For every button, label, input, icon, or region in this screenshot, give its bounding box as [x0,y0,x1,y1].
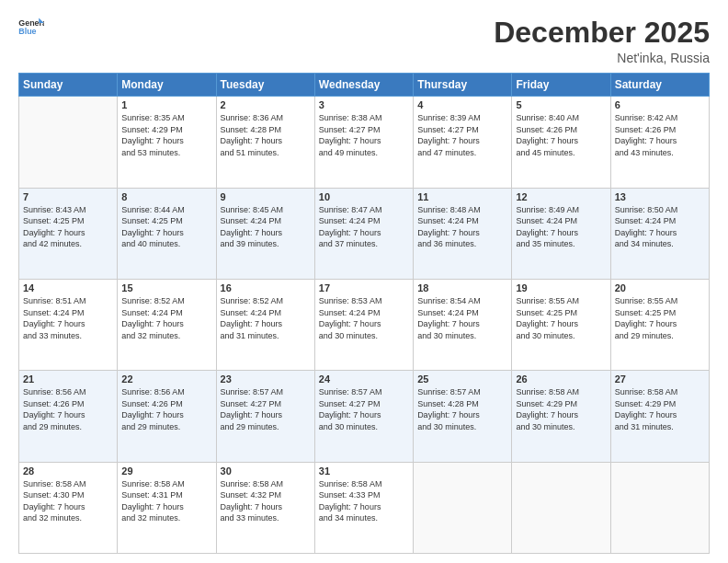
col-saturday: Saturday [610,74,709,97]
table-row: 30Sunrise: 8:58 AM Sunset: 4:32 PM Dayli… [216,462,314,553]
day-number: 7 [23,191,113,202]
day-info: Sunrise: 8:58 AM Sunset: 4:29 PM Dayligh… [615,386,705,432]
day-number: 9 [221,191,311,202]
table-row: 29Sunrise: 8:58 AM Sunset: 4:31 PM Dayli… [118,462,216,553]
calendar-header-row: Sunday Monday Tuesday Wednesday Thursday… [19,74,710,97]
day-info: Sunrise: 8:40 AM Sunset: 4:26 PM Dayligh… [516,112,606,158]
title-section: December 2025 Net'inka, Russia [494,17,710,65]
day-info: Sunrise: 8:53 AM Sunset: 4:24 PM Dayligh… [319,295,409,341]
day-number: 20 [615,282,705,293]
day-info: Sunrise: 8:50 AM Sunset: 4:24 PM Dayligh… [615,204,705,250]
logo-icon: General Blue [18,17,44,37]
day-info: Sunrise: 8:57 AM Sunset: 4:27 PM Dayligh… [319,386,409,432]
table-row [19,97,118,188]
subtitle: Net'inka, Russia [494,51,710,65]
day-number: 5 [516,99,606,110]
day-number: 13 [615,191,705,202]
table-row: 26Sunrise: 8:58 AM Sunset: 4:29 PM Dayli… [512,371,610,462]
table-row [414,462,512,553]
table-row: 8Sunrise: 8:44 AM Sunset: 4:25 PM Daylig… [118,188,216,279]
svg-text:Blue: Blue [18,27,36,36]
day-info: Sunrise: 8:44 AM Sunset: 4:25 PM Dayligh… [121,204,211,250]
calendar-week-row: 14Sunrise: 8:51 AM Sunset: 4:24 PM Dayli… [19,279,710,370]
day-number: 11 [417,191,507,202]
table-row: 13Sunrise: 8:50 AM Sunset: 4:24 PM Dayli… [610,188,709,279]
table-row: 7Sunrise: 8:43 AM Sunset: 4:25 PM Daylig… [19,188,118,279]
calendar-week-row: 21Sunrise: 8:56 AM Sunset: 4:26 PM Dayli… [19,371,710,462]
main-title: December 2025 [494,17,710,49]
day-number: 23 [221,373,311,385]
table-row: 21Sunrise: 8:56 AM Sunset: 4:26 PM Dayli… [19,371,118,462]
day-info: Sunrise: 8:52 AM Sunset: 4:24 PM Dayligh… [221,295,311,341]
day-info: Sunrise: 8:47 AM Sunset: 4:24 PM Dayligh… [319,204,409,250]
table-row: 12Sunrise: 8:49 AM Sunset: 4:24 PM Dayli… [512,188,610,279]
day-number: 6 [615,99,705,110]
day-number: 29 [121,465,211,477]
day-number: 21 [23,373,113,385]
day-info: Sunrise: 8:36 AM Sunset: 4:28 PM Dayligh… [221,112,311,158]
day-number: 25 [417,373,507,385]
top-section: General Blue December 2025 Net'inka, Rus… [18,17,710,65]
day-info: Sunrise: 8:58 AM Sunset: 4:31 PM Dayligh… [121,478,211,524]
day-number: 26 [516,373,606,385]
table-row: 4Sunrise: 8:39 AM Sunset: 4:27 PM Daylig… [414,97,512,188]
day-info: Sunrise: 8:57 AM Sunset: 4:28 PM Dayligh… [417,386,507,432]
day-number: 8 [121,191,211,202]
day-info: Sunrise: 8:38 AM Sunset: 4:27 PM Dayligh… [319,112,409,158]
table-row: 25Sunrise: 8:57 AM Sunset: 4:28 PM Dayli… [414,371,512,462]
day-info: Sunrise: 8:58 AM Sunset: 4:30 PM Dayligh… [23,478,113,524]
day-info: Sunrise: 8:54 AM Sunset: 4:24 PM Dayligh… [417,295,507,341]
col-friday: Friday [512,74,610,97]
day-info: Sunrise: 8:51 AM Sunset: 4:24 PM Dayligh… [23,295,113,341]
table-row: 19Sunrise: 8:55 AM Sunset: 4:25 PM Dayli… [512,279,610,370]
day-info: Sunrise: 8:39 AM Sunset: 4:27 PM Dayligh… [417,112,507,158]
day-info: Sunrise: 8:52 AM Sunset: 4:24 PM Dayligh… [121,295,211,341]
day-info: Sunrise: 8:45 AM Sunset: 4:24 PM Dayligh… [221,204,311,250]
calendar-week-row: 7Sunrise: 8:43 AM Sunset: 4:25 PM Daylig… [19,188,710,279]
day-info: Sunrise: 8:55 AM Sunset: 4:25 PM Dayligh… [516,295,606,341]
table-row: 17Sunrise: 8:53 AM Sunset: 4:24 PM Dayli… [314,279,413,370]
page: General Blue December 2025 Net'inka, Rus… [0,0,728,563]
table-row: 28Sunrise: 8:58 AM Sunset: 4:30 PM Dayli… [19,462,118,553]
day-number: 24 [319,373,409,385]
col-thursday: Thursday [414,74,512,97]
calendar-week-row: 28Sunrise: 8:58 AM Sunset: 4:30 PM Dayli… [19,462,710,553]
day-number: 16 [221,282,311,293]
table-row [610,462,709,553]
table-row: 20Sunrise: 8:55 AM Sunset: 4:25 PM Dayli… [610,279,709,370]
day-number: 12 [516,191,606,202]
table-row: 31Sunrise: 8:58 AM Sunset: 4:33 PM Dayli… [314,462,413,553]
table-row: 1Sunrise: 8:35 AM Sunset: 4:29 PM Daylig… [118,97,216,188]
logo: General Blue [18,17,44,37]
col-monday: Monday [118,74,216,97]
day-info: Sunrise: 8:49 AM Sunset: 4:24 PM Dayligh… [516,204,606,250]
day-number: 18 [417,282,507,293]
day-number: 30 [221,465,311,477]
table-row: 5Sunrise: 8:40 AM Sunset: 4:26 PM Daylig… [512,97,610,188]
day-info: Sunrise: 8:42 AM Sunset: 4:26 PM Dayligh… [615,112,705,158]
col-tuesday: Tuesday [216,74,314,97]
day-number: 1 [121,99,211,110]
day-number: 19 [516,282,606,293]
day-info: Sunrise: 8:48 AM Sunset: 4:24 PM Dayligh… [417,204,507,250]
day-number: 14 [23,282,113,293]
day-number: 10 [319,191,409,202]
day-info: Sunrise: 8:57 AM Sunset: 4:27 PM Dayligh… [221,386,311,432]
calendar-table: Sunday Monday Tuesday Wednesday Thursday… [18,73,710,554]
calendar-week-row: 1Sunrise: 8:35 AM Sunset: 4:29 PM Daylig… [19,97,710,188]
day-info: Sunrise: 8:56 AM Sunset: 4:26 PM Dayligh… [23,386,113,432]
day-number: 31 [319,465,409,477]
day-info: Sunrise: 8:43 AM Sunset: 4:25 PM Dayligh… [23,204,113,250]
table-row: 11Sunrise: 8:48 AM Sunset: 4:24 PM Dayli… [414,188,512,279]
table-row: 15Sunrise: 8:52 AM Sunset: 4:24 PM Dayli… [118,279,216,370]
day-info: Sunrise: 8:56 AM Sunset: 4:26 PM Dayligh… [121,386,211,432]
table-row: 16Sunrise: 8:52 AM Sunset: 4:24 PM Dayli… [216,279,314,370]
day-number: 2 [221,99,311,110]
day-number: 15 [121,282,211,293]
day-number: 22 [121,373,211,385]
day-number: 27 [615,373,705,385]
day-info: Sunrise: 8:58 AM Sunset: 4:33 PM Dayligh… [319,478,409,524]
table-row: 14Sunrise: 8:51 AM Sunset: 4:24 PM Dayli… [19,279,118,370]
col-sunday: Sunday [19,74,118,97]
day-info: Sunrise: 8:35 AM Sunset: 4:29 PM Dayligh… [121,112,211,158]
